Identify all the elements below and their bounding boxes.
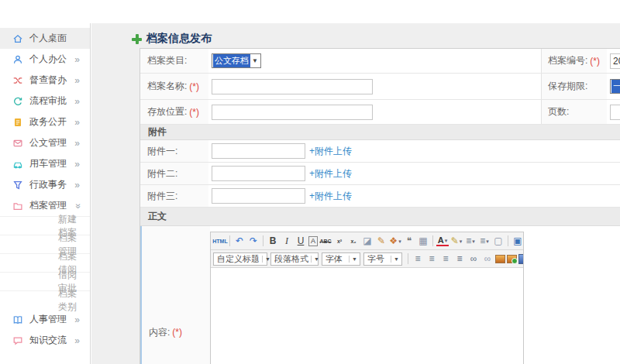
sidebar-item[interactable]: 公文管理 » <box>0 132 90 153</box>
sidebar-item[interactable]: 档案类别 <box>0 290 90 309</box>
keep-select[interactable]: 一年 ▼ <box>610 79 620 94</box>
dropdown-arrow-icon: ▼ <box>349 256 358 263</box>
editor-dropdown[interactable]: 字体 ▼ <box>322 252 360 266</box>
required-mark: (*) <box>172 327 182 338</box>
location-label: 存放位置: <box>147 105 187 118</box>
editor-content-area[interactable] <box>211 268 523 364</box>
attachment-input[interactable] <box>212 166 305 181</box>
editor-dropdown[interactable]: 自定义标题 ▼ <box>213 252 267 266</box>
required-mark: (*) <box>189 81 199 92</box>
form-row-content: 内容: (*) HTML ↶ ↷ B <box>140 226 620 364</box>
attachment-upload-link[interactable]: +附件上传 <box>309 167 352 180</box>
highlight-color-icon[interactable]: ✎ <box>450 235 463 247</box>
attachment-label: 附件三: <box>147 190 177 203</box>
editor-dropdown[interactable]: 字号 ▼ <box>363 252 402 266</box>
attachment-upload-link[interactable]: +附件上传 <box>309 145 352 158</box>
font-color-icon[interactable]: A <box>436 236 449 246</box>
sidebar-item-label: 知识交流 <box>29 334 74 347</box>
chevron-icon: » <box>74 96 80 107</box>
chevron-icon: » <box>74 180 80 191</box>
chevron-icon: » <box>74 75 80 86</box>
bold-icon[interactable]: B <box>267 235 279 247</box>
ordered-list-icon[interactable]: ≡ <box>464 235 477 247</box>
sidebar-item[interactable]: 知识交流 » <box>0 330 90 351</box>
top-bar: PHPOA协同办公软件政务版 <box>0 0 620 23</box>
location-input[interactable] <box>212 105 373 120</box>
new-page-icon[interactable]: ▢ <box>492 235 505 247</box>
eraser-icon[interactable]: ◪ <box>361 235 374 247</box>
chevron-icon: » <box>74 117 80 128</box>
attachment-label: 附件二: <box>147 167 177 180</box>
unordered-list-icon[interactable]: ≡ <box>478 235 491 247</box>
chevron-icon: » <box>74 203 84 208</box>
quick-format-icon[interactable]: ❖ <box>389 235 401 247</box>
format-brush-icon[interactable]: ✎ <box>375 235 388 247</box>
funnel-icon <box>12 179 24 191</box>
page-title: 档案信息发布 <box>132 32 212 46</box>
sidebar-item[interactable]: 流程审批 » <box>0 91 90 112</box>
align-right-icon[interactable]: ≡ <box>439 252 452 265</box>
upload-image-icon[interactable] <box>507 255 517 263</box>
template-icon[interactable]: ▦ <box>417 235 429 247</box>
char-border-icon[interactable]: A <box>308 236 318 246</box>
separator[interactable] <box>508 235 508 246</box>
sidebar-item-label: 个人办公 <box>29 53 74 66</box>
underline-icon[interactable]: U <box>294 235 307 247</box>
superscript-icon[interactable]: x² <box>333 235 346 247</box>
subscript-icon[interactable]: x₂ <box>347 235 360 247</box>
attachment-input[interactable] <box>212 188 305 204</box>
vehicle-icon <box>12 158 24 170</box>
sidebar-item[interactable]: 督查督办 » <box>0 70 90 91</box>
approval-cycle-icon <box>12 95 24 108</box>
sidebar-item-label: 个人桌面 <box>29 32 80 45</box>
separator[interactable] <box>408 253 408 264</box>
blockquote-icon[interactable]: ❝ <box>403 235 415 247</box>
chevron-icon: » <box>74 159 80 170</box>
sidebar-item[interactable]: 行政事务 » <box>0 174 90 195</box>
editor-dropdown[interactable]: 段落格式 ▼ <box>270 252 319 266</box>
link-icon[interactable]: ∞ <box>467 252 480 265</box>
undo-icon[interactable]: ↶ <box>233 235 246 247</box>
number-label: 档案编号: <box>548 54 587 67</box>
align-left-icon[interactable]: ≡ <box>412 252 424 265</box>
user-icon <box>12 53 24 66</box>
sidebar-item-label: 公文管理 <box>29 136 74 149</box>
chevron-icon: » <box>74 314 80 325</box>
number-input[interactable] <box>610 53 620 69</box>
align-justify-icon[interactable]: ≡ <box>453 252 466 265</box>
attachment-input[interactable] <box>212 143 305 159</box>
attachments-section-header: 附件 <box>140 125 620 140</box>
fullscreen-icon[interactable]: ▣ <box>512 235 523 247</box>
pages-input[interactable] <box>610 105 620 120</box>
separator[interactable] <box>229 235 230 246</box>
media-icon[interactable] <box>518 254 523 264</box>
unlink-icon[interactable]: ∞ <box>481 252 494 265</box>
strikethrough-icon[interactable]: ABC <box>319 235 332 247</box>
image-icon[interactable] <box>495 255 505 263</box>
hr-book-icon <box>12 314 24 326</box>
chevron-icon: » <box>74 138 80 149</box>
sidebar-item[interactable]: 个人办公 » <box>0 49 90 70</box>
name-input[interactable] <box>212 79 373 94</box>
hamburger-menu-icon[interactable] <box>153 7 165 16</box>
sidebar-item[interactable]: 用车管理 » <box>0 153 90 174</box>
category-select[interactable]: 公文存档 ▼ <box>212 53 261 68</box>
sidebar-item-label: 人事管理 <box>29 313 74 326</box>
page-title-text: 档案信息发布 <box>146 32 212 46</box>
source-code-icon[interactable]: HTML <box>214 235 226 247</box>
editor-toolbar-row1: HTML ↶ ↷ B I U <box>211 232 523 250</box>
attachment-upload-link[interactable]: +附件上传 <box>309 190 352 203</box>
sidebar-item[interactable]: 政务公开 » <box>0 112 90 132</box>
dropdown-arrow-icon: ▼ <box>391 256 400 263</box>
app-title: PHPOA协同办公软件政务版 <box>6 5 138 19</box>
sidebar-item-label: 流程审批 <box>29 94 74 108</box>
redo-icon[interactable]: ↷ <box>247 235 260 247</box>
separator[interactable] <box>263 235 264 246</box>
sidebar-item[interactable]: 个人桌面 <box>0 28 90 49</box>
select-arrow-icon: ▼ <box>250 57 260 64</box>
pages-label: 页数: <box>548 105 569 118</box>
editor-dropdowns: 自定义标题 ▼ 段落格式 ▼ 字体 ▼ <box>213 252 405 266</box>
italic-icon[interactable]: I <box>281 235 293 247</box>
separator[interactable] <box>432 235 433 246</box>
align-center-icon[interactable]: ≡ <box>425 252 438 265</box>
